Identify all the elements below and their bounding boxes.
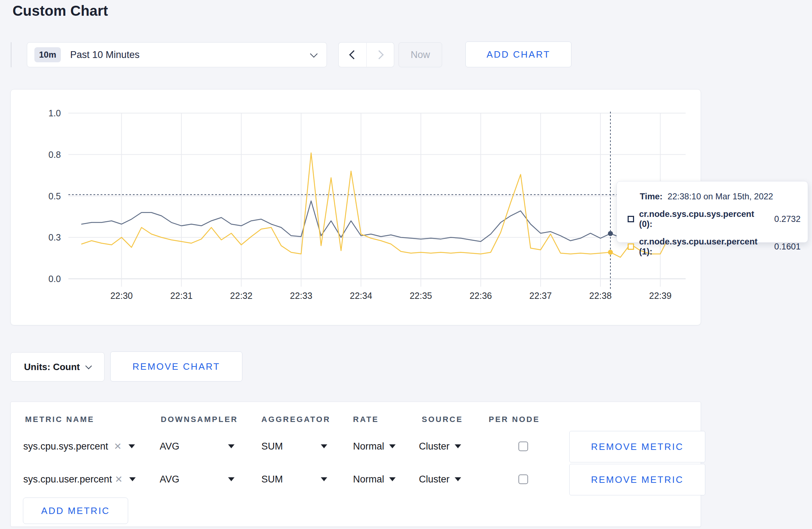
- time-nav-group: [338, 42, 394, 67]
- downsampler-select[interactable]: AVG: [160, 441, 179, 452]
- units-select[interactable]: Units: Count: [10, 352, 105, 382]
- tooltip-series-label: cr.node.sys.cpu.sys.percent (0):: [639, 209, 769, 229]
- chart-tooltip: Time:22:38:10 on Mar 15th, 2022 cr.node.…: [617, 181, 808, 243]
- now-button[interactable]: Now: [398, 42, 442, 67]
- downsampler-value: AVG: [160, 441, 179, 452]
- aggregator-select[interactable]: SUM: [261, 441, 283, 452]
- svg-text:0.3: 0.3: [48, 232, 61, 242]
- add-chart-button[interactable]: ADD CHART: [465, 42, 571, 67]
- caret-down-icon: [389, 445, 396, 448]
- tooltip-series-value: 0.2732: [774, 214, 801, 224]
- svg-text:22:36: 22:36: [469, 291, 492, 301]
- chevron-left-icon: [349, 50, 358, 59]
- tooltip-time-row: Time:22:38:10 on Mar 15th, 2022: [628, 191, 801, 202]
- svg-text:0.8: 0.8: [48, 150, 61, 160]
- clear-metric-icon[interactable]: ✕: [114, 441, 122, 452]
- rate-value: Normal: [353, 474, 384, 485]
- next-interval-button[interactable]: [366, 42, 394, 67]
- tooltip-series-row: cr.node.sys.cpu.user.percent (1): 0.1601: [628, 237, 801, 257]
- chevron-right-icon: [374, 50, 383, 59]
- user-series-swatch-icon: [628, 243, 634, 250]
- page-title: Custom Chart: [13, 3, 108, 19]
- svg-text:22:38: 22:38: [589, 291, 612, 301]
- time-window-select[interactable]: 10m Past 10 Minutes: [27, 42, 327, 67]
- metric-row: sys.cpu.sys.percent ✕ AVG SUM Normal Clu…: [11, 430, 701, 463]
- svg-text:22:34: 22:34: [350, 291, 372, 301]
- col-header-downsampler: DOWNSAMPLER: [161, 415, 238, 424]
- per-node-checkbox[interactable]: [518, 475, 528, 484]
- svg-text:22:33: 22:33: [290, 291, 313, 301]
- aggregator-value: SUM: [261, 474, 283, 485]
- remove-metric-button[interactable]: REMOVE METRIC: [569, 464, 705, 495]
- caret-down-icon: [321, 445, 327, 448]
- source-value: Cluster: [419, 474, 450, 485]
- rate-select[interactable]: Normal: [353, 441, 396, 452]
- col-header-source: SOURCE: [422, 415, 463, 424]
- caret-down-icon: [228, 445, 235, 448]
- caret-down-icon: [455, 477, 461, 481]
- svg-text:22:30: 22:30: [110, 291, 133, 301]
- clear-metric-icon[interactable]: ✕: [115, 474, 123, 485]
- prev-interval-button[interactable]: [338, 42, 366, 67]
- aggregator-value: SUM: [261, 441, 283, 452]
- downsampler-caret[interactable]: [228, 445, 235, 448]
- svg-text:22:39: 22:39: [649, 291, 672, 301]
- metric-name-select[interactable]: sys.cpu.user.percent ✕: [23, 474, 136, 485]
- units-label: Units: Count: [24, 361, 80, 373]
- source-select[interactable]: Cluster: [419, 441, 461, 452]
- metric-name-value: sys.cpu.sys.percent: [23, 441, 108, 452]
- metric-name-value: sys.cpu.user.percent: [23, 474, 112, 485]
- tooltip-series-label: cr.node.sys.cpu.user.percent (1):: [639, 237, 769, 257]
- toolbar-divider: [11, 42, 11, 67]
- rate-select[interactable]: Normal: [353, 474, 396, 485]
- svg-text:0.5: 0.5: [48, 191, 61, 201]
- rate-value: Normal: [353, 441, 384, 452]
- per-node-checkbox[interactable]: [518, 442, 528, 451]
- tooltip-time-value: 22:38:10 on Mar 15th, 2022: [668, 191, 773, 201]
- source-select[interactable]: Cluster: [419, 474, 461, 485]
- svg-text:0.0: 0.0: [48, 274, 61, 284]
- chart-panel: 0.00.30.50.81.022:3022:3122:3222:3322:34…: [10, 89, 701, 325]
- caret-down-icon: [228, 477, 235, 481]
- caret-down-icon: [321, 477, 327, 481]
- col-header-per-node: PER NODE: [489, 415, 540, 424]
- svg-text:22:37: 22:37: [530, 291, 552, 301]
- tooltip-time-label: Time:: [640, 191, 663, 201]
- source-value: Cluster: [419, 441, 450, 452]
- caret-down-icon: [129, 477, 136, 481]
- remove-metric-button[interactable]: REMOVE METRIC: [569, 431, 705, 462]
- col-header-rate: RATE: [353, 415, 379, 424]
- chevron-down-icon: [310, 50, 318, 57]
- tooltip-series-row: cr.node.sys.cpu.sys.percent (0): 0.2732: [628, 209, 801, 229]
- metric-row: sys.cpu.user.percent ✕ AVG SUM Normal Cl…: [11, 463, 701, 496]
- aggregator-caret[interactable]: [321, 477, 327, 481]
- svg-text:22:32: 22:32: [230, 291, 253, 301]
- col-header-aggregator: AGGREGATOR: [261, 415, 330, 424]
- aggregator-select[interactable]: SUM: [261, 474, 283, 485]
- downsampler-select[interactable]: AVG: [160, 474, 179, 485]
- add-metric-button[interactable]: ADD METRIC: [23, 498, 128, 524]
- sys-series-swatch-icon: [628, 216, 634, 222]
- chevron-down-icon: [85, 363, 92, 369]
- tooltip-series-value: 0.1601: [774, 242, 801, 252]
- caret-down-icon: [455, 445, 461, 448]
- downsampler-value: AVG: [160, 474, 179, 485]
- metric-name-select[interactable]: sys.cpu.sys.percent ✕: [23, 441, 135, 452]
- time-window-label: Past 10 Minutes: [70, 49, 311, 60]
- time-window-badge: 10m: [34, 47, 61, 62]
- downsampler-caret[interactable]: [228, 477, 235, 481]
- svg-text:1.0: 1.0: [48, 108, 61, 118]
- caret-down-icon: [389, 477, 396, 481]
- col-header-metric-name: METRIC NAME: [25, 415, 95, 424]
- caret-down-icon: [129, 445, 135, 448]
- remove-chart-button[interactable]: REMOVE CHART: [110, 351, 242, 382]
- aggregator-caret[interactable]: [321, 445, 327, 448]
- svg-text:22:31: 22:31: [170, 291, 193, 301]
- custom-chart-canvas[interactable]: 0.00.30.50.81.022:3022:3122:3222:3322:34…: [11, 89, 701, 325]
- svg-text:22:35: 22:35: [410, 291, 432, 301]
